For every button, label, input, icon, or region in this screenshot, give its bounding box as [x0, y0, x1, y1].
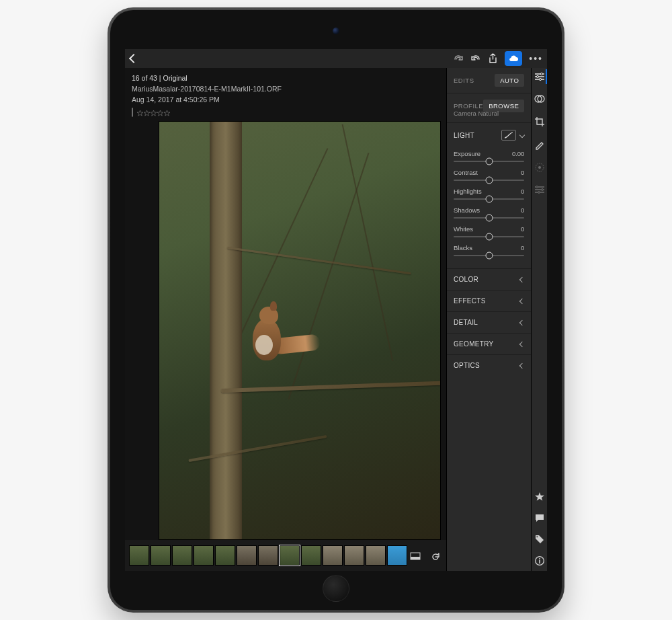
- thumbnail[interactable]: [215, 545, 235, 566]
- thumbnail[interactable]: [151, 545, 171, 566]
- svg-point-9: [536, 186, 538, 188]
- slider-label: Shadows: [454, 206, 480, 214]
- photo-viewport[interactable]: [125, 121, 446, 540]
- flag-icon: [132, 108, 133, 117]
- slider-label: Contrast: [454, 169, 478, 176]
- redo-button[interactable]: [453, 54, 464, 63]
- thumbnail[interactable]: [172, 545, 192, 566]
- slider-label: Exposure: [454, 150, 480, 157]
- svg-point-2: [540, 73, 542, 75]
- top-bar: •••: [125, 49, 547, 68]
- chevron-down-icon: [519, 132, 525, 138]
- cloud-sync-button[interactable]: [505, 51, 522, 66]
- info-button[interactable]: [532, 556, 547, 566]
- slider-blacks[interactable]: Blacks0: [454, 244, 524, 256]
- section-light[interactable]: LIGHT: [447, 123, 531, 147]
- star-icon: [164, 110, 170, 116]
- tool-adjust[interactable]: [532, 72, 547, 81]
- radial-gradient-icon: [534, 162, 545, 173]
- light-sliders: Exposure0.00Contrast0Highlights0Shadows0…: [447, 147, 531, 268]
- slider-knob[interactable]: [485, 233, 493, 241]
- section-color[interactable]: COLOR: [447, 269, 531, 290]
- photo-timestamp: Aug 14, 2017 at 4:50:26 PM: [132, 95, 439, 106]
- slider-value: 0.00: [512, 150, 525, 157]
- home-button[interactable]: [323, 575, 349, 602]
- photo-counter: 16 of 43 | Original: [132, 73, 439, 84]
- slider-exposure[interactable]: Exposure0.00: [454, 150, 524, 162]
- slider-value: 0: [521, 206, 524, 214]
- section-geometry[interactable]: GEOMETRY: [447, 334, 531, 354]
- more-button[interactable]: •••: [529, 53, 543, 64]
- slider-shadows[interactable]: Shadows0: [454, 206, 524, 219]
- edit-panel: EDITS AUTO PROFILE BROWSE Camera Natural…: [446, 68, 531, 571]
- undo-button[interactable]: [470, 54, 481, 63]
- photo-filename: MariusMasalar-20170814-E-M1MarkII-101.OR…: [132, 84, 439, 95]
- slider-knob[interactable]: [485, 215, 493, 222]
- filmstrip-view-button[interactable]: [410, 551, 422, 560]
- slider-track[interactable]: [454, 255, 524, 256]
- slider-knob[interactable]: [485, 196, 493, 203]
- squirrel-subject: [243, 297, 301, 378]
- thumbnail[interactable]: [366, 545, 386, 566]
- thumbnail[interactable]: [323, 545, 343, 566]
- slider-track[interactable]: [454, 198, 524, 200]
- sliders-icon: [534, 72, 545, 81]
- slider-track[interactable]: [454, 217, 524, 219]
- slider-highlights[interactable]: Highlights0: [454, 188, 524, 200]
- slider-track[interactable]: [454, 236, 524, 237]
- thumbnail[interactable]: [301, 545, 321, 566]
- rate-star[interactable]: [532, 492, 547, 502]
- tool-healing[interactable]: [532, 139, 547, 150]
- ipad-bezel: ••• 16 of 43 | Original MariusMasalar-20…: [110, 10, 562, 610]
- info-icon: [535, 556, 544, 566]
- tool-masking[interactable]: [532, 162, 547, 173]
- slider-value: 0: [521, 244, 524, 251]
- section-optics[interactable]: OPTICS: [447, 355, 531, 376]
- star-icon: [535, 492, 544, 502]
- tool-color-mix[interactable]: [532, 93, 547, 104]
- app-screen: ••• 16 of 43 | Original MariusMasalar-20…: [125, 49, 547, 571]
- photo-preview: [159, 121, 441, 540]
- rating-stars[interactable]: [137, 110, 170, 116]
- star-icon: [144, 110, 150, 116]
- crop-icon: [534, 116, 545, 127]
- profile-label: PROFILE: [454, 102, 483, 110]
- section-detail[interactable]: DETAIL: [447, 312, 531, 333]
- tool-crop[interactable]: [532, 116, 547, 127]
- thumbnail[interactable]: [258, 545, 278, 566]
- slider-knob[interactable]: [485, 177, 493, 184]
- slider-label: Blacks: [454, 244, 472, 251]
- reset-button[interactable]: [430, 551, 442, 560]
- flag-toggle[interactable]: [132, 108, 133, 118]
- slider-contrast[interactable]: Contrast0: [454, 169, 524, 181]
- slider-track[interactable]: [454, 180, 524, 181]
- chevron-left-icon: [519, 341, 525, 346]
- curve-icon: [504, 132, 513, 139]
- thumbnail[interactable]: [344, 545, 364, 566]
- slider-knob[interactable]: [485, 252, 493, 260]
- section-effects[interactable]: EFFECTS: [447, 290, 531, 311]
- back-button[interactable]: [130, 55, 137, 62]
- thumbnail[interactable]: [194, 545, 214, 566]
- tool-presets[interactable]: [532, 185, 547, 194]
- chevron-left-icon: [129, 54, 138, 63]
- slider-knob[interactable]: [485, 158, 493, 165]
- thumbnail-selected[interactable]: [280, 545, 300, 566]
- auto-button[interactable]: AUTO: [495, 74, 524, 87]
- svg-point-8: [538, 166, 541, 169]
- chevron-left-icon: [519, 276, 525, 282]
- thumbnail[interactable]: [129, 545, 149, 566]
- chevron-left-icon: [519, 362, 525, 368]
- thumbnail[interactable]: [387, 545, 407, 566]
- slider-whites[interactable]: Whites0: [454, 225, 524, 237]
- thumbnail[interactable]: [237, 545, 257, 566]
- star-icon: [157, 110, 163, 116]
- tag-icon: [535, 535, 544, 544]
- comments-button[interactable]: [532, 514, 547, 522]
- tool-rail: [531, 68, 547, 571]
- share-button[interactable]: [488, 53, 498, 64]
- slider-track[interactable]: [454, 161, 524, 162]
- star-icon: [151, 110, 157, 116]
- keywords-button[interactable]: [532, 535, 547, 544]
- tone-curve-button[interactable]: [501, 130, 516, 141]
